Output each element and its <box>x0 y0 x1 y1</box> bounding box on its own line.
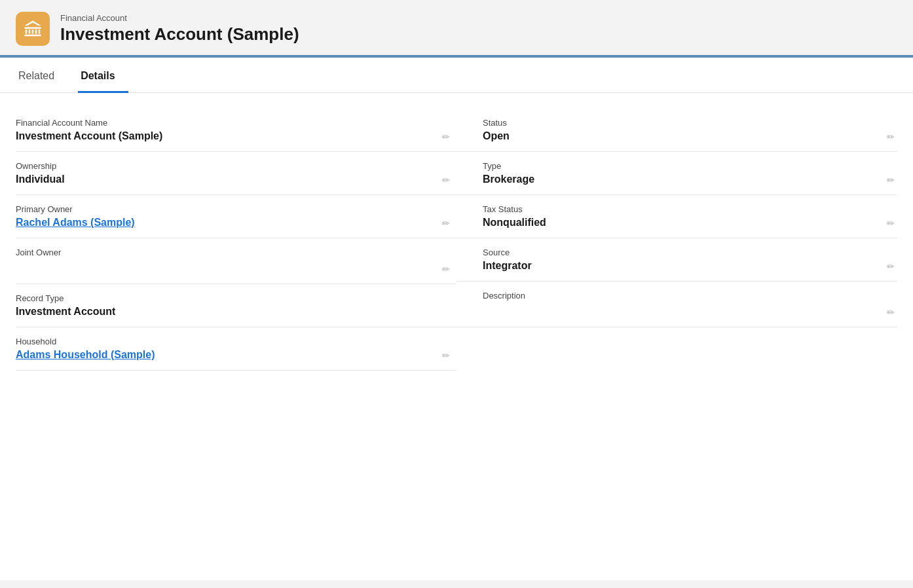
label-status: Status <box>483 118 874 128</box>
label-type: Type <box>483 161 874 171</box>
value-type: Brokerage <box>483 174 874 185</box>
value-joint-owner <box>16 260 417 274</box>
main-content: Related Details Financial Account Name I… <box>0 58 913 580</box>
value-status: Open <box>483 130 874 142</box>
field-financial-account-name: Financial Account Name Investment Accoun… <box>16 109 456 152</box>
edit-financial-account-name-icon[interactable]: ✏ <box>442 132 450 142</box>
value-financial-account-name: Investment Account (Sample) <box>16 130 417 142</box>
edit-ownership-icon[interactable]: ✏ <box>442 175 450 185</box>
page-header: Financial Account Investment Account (Sa… <box>0 0 913 58</box>
header-text-block: Financial Account Investment Account (Sa… <box>60 13 299 45</box>
label-description: Description <box>483 291 874 301</box>
value-record-type: Investment Account <box>16 306 417 318</box>
field-record-type: Record Type Investment Account <box>16 284 456 327</box>
edit-type-icon[interactable]: ✏ <box>887 175 895 185</box>
label-joint-owner: Joint Owner <box>16 248 417 257</box>
header-subtitle: Financial Account <box>60 13 299 23</box>
label-record-type: Record Type <box>16 293 417 303</box>
field-description: Description ✏ <box>456 282 897 327</box>
field-type: Type Brokerage ✏ <box>456 152 897 195</box>
edit-joint-owner-icon[interactable]: ✏ <box>442 264 450 274</box>
value-source: Integrator <box>483 260 874 272</box>
label-ownership: Ownership <box>16 161 417 171</box>
field-status: Status Open ✏ <box>456 109 897 152</box>
field-tax-status: Tax Status Nonqualified ✏ <box>456 195 897 238</box>
label-source: Source <box>483 248 874 257</box>
tab-details[interactable]: Details <box>78 58 128 93</box>
edit-tax-status-icon[interactable]: ✏ <box>887 218 895 229</box>
right-column: Status Open ✏ Type Brokerage ✏ Tax Statu… <box>456 109 897 371</box>
edit-status-icon[interactable]: ✏ <box>887 132 895 142</box>
left-column: Financial Account Name Investment Accoun… <box>16 109 456 371</box>
edit-description-icon[interactable]: ✏ <box>887 307 895 318</box>
value-description <box>483 303 874 318</box>
detail-grid: Financial Account Name Investment Accoun… <box>0 93 913 371</box>
field-ownership: Ownership Individual ✏ <box>16 152 456 195</box>
label-primary-owner: Primary Owner <box>16 204 417 214</box>
label-household: Household <box>16 337 417 346</box>
value-primary-owner[interactable]: Rachel Adams (Sample) <box>16 217 417 229</box>
edit-household-icon[interactable]: ✏ <box>442 350 450 361</box>
value-household[interactable]: Adams Household (Sample) <box>16 349 417 361</box>
bank-icon <box>23 19 43 39</box>
value-tax-status: Nonqualified <box>483 217 874 229</box>
record-type-icon <box>16 12 50 46</box>
field-primary-owner: Primary Owner Rachel Adams (Sample) ✏ <box>16 195 456 238</box>
field-joint-owner: Joint Owner ✏ <box>16 238 456 284</box>
field-source: Source Integrator ✏ <box>456 238 897 282</box>
tab-related[interactable]: Related <box>16 58 67 93</box>
value-ownership: Individual <box>16 174 417 185</box>
header-title: Investment Account (Sample) <box>60 24 299 45</box>
edit-source-icon[interactable]: ✏ <box>887 261 895 272</box>
field-household: Household Adams Household (Sample) ✏ <box>16 327 456 371</box>
tabs-bar: Related Details <box>0 58 913 93</box>
edit-primary-owner-icon[interactable]: ✏ <box>442 218 450 229</box>
label-financial-account-name: Financial Account Name <box>16 118 417 128</box>
label-tax-status: Tax Status <box>483 204 874 214</box>
